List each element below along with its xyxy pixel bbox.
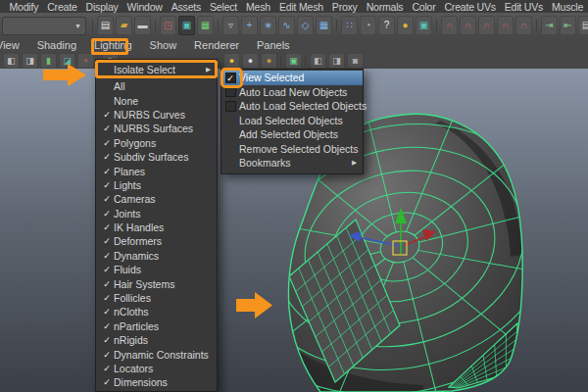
submenu-item-label: Load Selected Objects [239, 115, 343, 126]
menu-create-uvs[interactable]: Create UVs [440, 1, 500, 13]
panel-menubar: ViewShadingLightingShowRendererPanels [0, 38, 588, 52]
field-chart-icon[interactable]: ◧ [310, 53, 326, 69]
show-menu-item-nurbs-surfaces[interactable]: ✓NURBS Surfaces [96, 122, 217, 135]
menu-window[interactable]: Window [122, 1, 167, 13]
make-live-icon[interactable]: ∩ [515, 16, 532, 35]
show-menu-item-planes[interactable]: ✓Planes [96, 164, 217, 177]
submenu-item-add-selected-objects[interactable]: Add Selected Objects [221, 127, 363, 142]
panel-menu-view[interactable]: View [0, 39, 28, 51]
help-icon[interactable]: ? [378, 16, 395, 35]
snap-to-grid-icon[interactable]: ∩ [441, 16, 458, 35]
select-component-icon[interactable]: ▦ [197, 16, 214, 35]
menu-display[interactable]: Display [81, 1, 122, 13]
menu-modify[interactable]: Modify [5, 1, 43, 13]
select-hierarchy-icon[interactable]: ◳ [160, 16, 176, 35]
show-menu-item-none[interactable]: None [96, 93, 217, 107]
camera-attributes-icon[interactable]: ◧ [3, 53, 20, 69]
show-menu-item-dynamics[interactable]: ✓Dynamics [96, 249, 217, 263]
menu-edit-uvs[interactable]: Edit UVs [500, 1, 547, 13]
checkmark-icon: ✓ [101, 265, 113, 274]
panel-menu-renderer[interactable]: Renderer [185, 39, 248, 51]
show-menu-item-locators[interactable]: ✓Locators [96, 362, 217, 375]
menu-muscle[interactable]: Muscle [548, 1, 588, 13]
show-menu-item-nurbs-curves[interactable]: ✓NURBS Curves [96, 108, 217, 122]
submenu-item-remove-selected-objects[interactable]: Remove Selected Objects [221, 142, 363, 157]
selection-mask-dropdown[interactable]: ▼ [2, 17, 86, 35]
lock-icon[interactable]: ● [397, 16, 414, 35]
snap-options-chevron-icon[interactable]: ▿ [222, 16, 239, 35]
textured-sphere-icon-glyph: ● [267, 57, 271, 66]
submenu-item-auto-load-new-objects[interactable]: Auto Load New Objects [221, 85, 363, 100]
panel-menu-lighting[interactable]: Lighting [85, 39, 141, 51]
menu-assets[interactable]: Assets [167, 1, 205, 13]
soft-select-icon[interactable]: ∷ [341, 16, 358, 35]
show-menu-item-ncloths[interactable]: ✓nCloths [96, 305, 217, 318]
show-menu-item-hair-systems[interactable]: ✓Hair Systems [96, 276, 217, 290]
unchecked-checkbox[interactable] [225, 101, 236, 112]
submenu-item-load-selected-objects[interactable]: Load Selected Objects [221, 114, 363, 128]
measure-tool-icon[interactable]: + [77, 53, 94, 69]
menu-item-label: NURBS Surfaces [114, 122, 193, 134]
menu-item-label: Cameras [114, 193, 156, 205]
show-menu-item-nparticles[interactable]: ✓nParticles [96, 319, 217, 333]
panel-menu-shading[interactable]: Shading [28, 39, 85, 51]
reflection-icon[interactable]: ◔ [360, 16, 376, 35]
menu-normals[interactable]: Normals [362, 1, 408, 13]
view-bookmark-icon[interactable]: ▮ [40, 53, 57, 69]
new-scene-icon[interactable]: ▤ [97, 16, 114, 35]
show-menu-item-all[interactable]: All [96, 79, 217, 93]
snap-to-planes-icon[interactable]: ∩ [497, 16, 514, 35]
submenu-arrow-icon: ▶ [206, 66, 211, 74]
panel-menu-show[interactable]: Show [141, 39, 186, 51]
show-menu-item-joints[interactable]: ✓Joints [96, 207, 217, 220]
snap-to-curves-icon[interactable]: ∩ [460, 16, 476, 35]
menu-create[interactable]: Create [43, 1, 81, 13]
grease-pencil-icon[interactable]: ◨ [328, 53, 345, 69]
submenu-item-bookmarks[interactable]: Bookmarks▶ [221, 156, 363, 171]
show-menu-item-polygons[interactable]: ✓Polygons [96, 136, 217, 150]
open-scene-icon[interactable]: ▰ [116, 16, 132, 35]
flat-lit-sphere-icon[interactable]: ● [242, 53, 259, 69]
isolate-selected-view-icon[interactable]: ▣ [285, 53, 302, 69]
joint-chain-tool-icon[interactable]: ∗ [260, 16, 276, 35]
show-menu-item-subdiv-surfaces[interactable]: ✓Subdiv Surfaces [96, 150, 217, 164]
show-menu-item-ik-handles[interactable]: ✓IK Handles [96, 220, 217, 234]
plane-tool-icon[interactable]: ◇ [297, 16, 314, 35]
image-plane-icon[interactable]: ◪ [59, 53, 75, 69]
menu-mesh[interactable]: Mesh [242, 1, 275, 13]
menu-select[interactable]: Select [206, 1, 242, 13]
output-connections-icon[interactable]: ⇤ [560, 16, 576, 35]
checked-checkbox[interactable]: ✓ [225, 73, 236, 83]
textured-sphere-icon[interactable]: ● [261, 53, 277, 69]
panel-menu-panels[interactable]: Panels [248, 39, 299, 51]
menu-edit-mesh[interactable]: Edit Mesh [274, 1, 327, 13]
show-menu-item-isolate-select[interactable]: Isolate Select▶ [96, 61, 217, 77]
menu-color[interactable]: Color [408, 1, 440, 13]
panel-layouts-icon[interactable]: ◨ [22, 53, 38, 69]
submenu-item-auto-load-selected-objects[interactable]: Auto Load Selected Objects [221, 99, 363, 114]
construction-history-icon[interactable]: ▤ [578, 16, 588, 35]
submenu-item-view-selected[interactable]: ✓View Selected [221, 71, 363, 85]
curve-tool-icon[interactable]: ∿ [278, 16, 295, 35]
lattice-tool-icon[interactable]: ▦ [316, 16, 332, 35]
save-scene-icon[interactable]: ▬ [134, 16, 151, 35]
show-menu-item-nrigids[interactable]: ✓nRigids [96, 333, 217, 347]
maya-window: ModifyCreateDisplayWindowAssetsSelectMes… [0, 0, 588, 392]
show-menu-item-cameras[interactable]: ✓Cameras [96, 192, 217, 206]
shaded-sphere-icon[interactable]: ● [223, 53, 240, 69]
show-menu-item-lights[interactable]: ✓Lights [96, 178, 217, 192]
checkmark-icon: ✓ [101, 364, 113, 373]
show-menu-item-dimensions[interactable]: ✓Dimensions [96, 375, 217, 389]
unchecked-checkbox[interactable] [225, 86, 236, 97]
show-menu-item-fluids[interactable]: ✓Fluids [96, 263, 217, 276]
select-object-icon[interactable]: ▣ [178, 16, 195, 35]
move-tool-icon[interactable]: + [241, 16, 258, 35]
input-connections-icon[interactable]: ⇥ [541, 16, 558, 35]
show-menu-item-dynamic-constraints[interactable]: ✓Dynamic Constraints [96, 347, 217, 361]
show-menu-item-deformers[interactable]: ✓Deformers [96, 234, 217, 248]
camera-icon[interactable]: ◙ [347, 53, 364, 69]
show-menu-item-follicles[interactable]: ✓Follicles [96, 291, 217, 305]
snap-to-points-icon[interactable]: ∩ [478, 16, 495, 35]
highlight-selection-icon[interactable]: ▣ [416, 16, 432, 35]
menu-proxy[interactable]: Proxy [327, 1, 362, 13]
